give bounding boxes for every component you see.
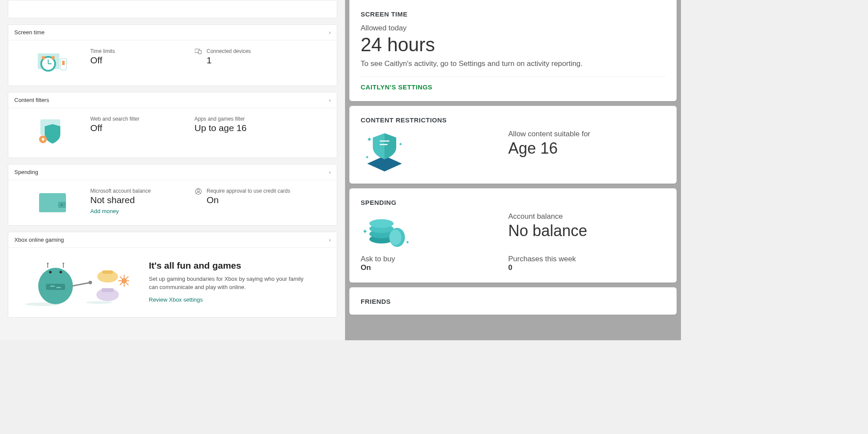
apps-filter-label: Apps and games filter (194, 116, 247, 122)
approval-value: On (207, 195, 290, 205)
screen-time-card: Screen time › Time limits (8, 24, 337, 86)
allow-content-label: Allow content suitable for (508, 130, 665, 138)
svg-rect-10 (198, 50, 201, 54)
family-settings-panel: Screen time › Time limits (0, 0, 345, 340)
svg-rect-23 (102, 270, 113, 274)
caitlyns-settings-link[interactable]: CAITLYN'S SETTINGS (361, 76, 665, 91)
devices-label: Connected devices (207, 48, 251, 54)
svg-point-5 (42, 56, 45, 59)
r-screen-time-card: SCREEN TIME Allowed today 24 hours To se… (349, 0, 677, 101)
screen-time-title: Screen time (14, 29, 44, 36)
svg-line-36 (72, 283, 90, 286)
add-money-link[interactable]: Add money (90, 208, 177, 214)
balance-label: Microsoft account balance (90, 188, 177, 194)
coins-icon: Ask to buy On (361, 212, 508, 272)
xbox-card: Xbox online gaming › (8, 232, 337, 318)
devices-value: 1 (207, 55, 251, 66)
xbox-family-panel: SCREEN TIME Allowed today 24 hours To se… (345, 0, 681, 340)
spending-title: Spending (14, 169, 38, 175)
clock-icon (14, 48, 90, 76)
svg-point-54 (389, 230, 401, 245)
svg-rect-27 (46, 284, 65, 290)
web-filter-value: Off (90, 123, 177, 133)
devices-icon (194, 48, 202, 54)
svg-point-31 (59, 271, 62, 273)
chevron-right-icon: › (329, 97, 331, 103)
top-empty-card (8, 0, 337, 18)
svg-point-17 (60, 204, 62, 206)
chevron-right-icon: › (329, 169, 331, 175)
content-filters-card: Content filters › Web and search filter … (8, 92, 337, 158)
approval-label: Require approval to use credit cards (207, 188, 290, 194)
xbox-header[interactable]: Xbox online gaming › (8, 232, 337, 248)
balance-value: Not shared (90, 195, 177, 205)
review-xbox-link[interactable]: Review Xbox settings (149, 296, 331, 303)
xbox-title: Xbox online gaming (14, 237, 64, 243)
chevron-right-icon: › (329, 29, 331, 36)
svg-point-37 (89, 281, 92, 284)
svg-point-18 (197, 189, 200, 192)
r-content-card: CONTENT RESTRICTIONS Allow content suita… (349, 106, 677, 184)
time-limits-value: Off (90, 55, 177, 66)
svg-point-30 (49, 271, 52, 273)
r-screen-time-title: SCREEN TIME (361, 10, 665, 18)
svg-rect-25 (102, 288, 114, 292)
svg-marker-47 (399, 143, 402, 145)
svg-rect-28 (50, 286, 55, 287)
approval-icon (194, 188, 202, 195)
svg-marker-48 (366, 156, 368, 158)
ask-to-buy-label: Ask to buy (361, 255, 395, 263)
r-friends-card: FRIENDS (349, 287, 677, 315)
apps-filter-value: Up to age 16 (194, 123, 247, 133)
r-content-title: CONTENT RESTRICTIONS (361, 116, 665, 124)
r-spending-card: SPENDING Ask to buy On Account ba (349, 188, 677, 283)
r-spending-title: SPENDING (361, 199, 665, 206)
content-filters-title: Content filters (14, 97, 49, 103)
allowed-today-label: Allowed today (361, 24, 665, 33)
svg-point-21 (86, 301, 112, 304)
spending-header[interactable]: Spending › (8, 164, 337, 180)
screen-time-header[interactable]: Screen time › (8, 25, 337, 40)
allowed-today-value: 24 hours (361, 34, 665, 55)
spending-card: Spending › Microsoft account balance Not… (8, 164, 337, 226)
svg-point-6 (51, 56, 55, 59)
content-filters-header[interactable]: Content filters › (8, 92, 337, 108)
chevron-right-icon: › (329, 237, 331, 243)
ask-to-buy-value: On (361, 263, 395, 272)
wallet-icon (14, 188, 90, 216)
robot-gaming-icon (14, 256, 136, 308)
account-balance-label: Account balance (508, 212, 665, 221)
svg-marker-46 (368, 138, 371, 141)
purchases-label: Purchases this week (508, 255, 665, 263)
account-balance-value: No balance (508, 222, 665, 240)
svg-rect-29 (56, 287, 61, 288)
svg-point-35 (62, 263, 64, 264)
svg-marker-56 (406, 241, 409, 243)
shield-icon (14, 116, 90, 148)
xbox-headline: It's all fun and games (149, 260, 331, 271)
xbox-desc: Set up gaming boundaries for Xbox by say… (149, 275, 314, 291)
r-friends-title: FRIENDS (361, 298, 665, 305)
time-limits-label: Time limits (90, 48, 177, 54)
svg-marker-55 (363, 230, 367, 233)
svg-point-52 (369, 219, 394, 228)
svg-point-33 (47, 263, 49, 264)
shield-diamond-icon (361, 130, 508, 173)
svg-rect-8 (62, 61, 65, 65)
activity-reporting-desc: To see Caitlyn's activity, go to Setting… (361, 59, 665, 68)
purchases-value: 0 (508, 263, 665, 272)
web-filter-label: Web and search filter (90, 116, 177, 122)
allow-content-value: Age 16 (508, 139, 665, 158)
